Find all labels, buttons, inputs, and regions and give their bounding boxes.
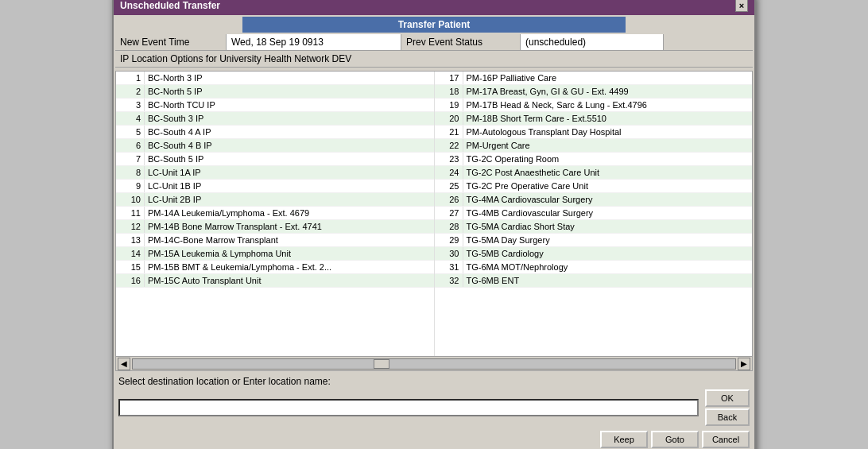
row-location-name: PM-17B Head & Neck, Sarc & Lung - Ext.47… xyxy=(463,99,753,111)
scrollbar-row[interactable]: ◀ ▶ xyxy=(116,356,752,370)
row-location-name: BC-South 5 IP xyxy=(145,153,434,165)
row-number: 29 xyxy=(435,234,463,246)
row-location-name: PM-14C-Bone Marrow Transplant xyxy=(145,234,434,246)
row-number: 28 xyxy=(435,220,463,233)
row-location-name: BC-South 3 IP xyxy=(145,112,434,125)
title-bar: Unscheduled Transfer × xyxy=(114,0,754,15)
cancel-button[interactable]: Cancel xyxy=(702,431,750,448)
row-location-name: BC-North 5 IP xyxy=(145,85,434,98)
row-location-name: PM-14A Leukemia/Lymphoma - Ext. 4679 xyxy=(145,207,434,219)
table-row[interactable]: 1BC-North 3 IP xyxy=(116,72,434,85)
row-location-name: TG-5MA Day Surgery xyxy=(463,234,753,246)
new-event-time-label: New Event Time xyxy=(115,34,227,50)
keep-button[interactable]: Keep xyxy=(600,431,648,448)
row-location-name: TG-4MB Cardiovascular Surgery xyxy=(463,207,753,219)
table-row[interactable]: 21PM-Autologous Transplant Day Hospital xyxy=(435,126,753,139)
row-number: 25 xyxy=(435,180,463,192)
input-row: OK Back xyxy=(118,389,750,426)
table-row[interactable]: 12PM-14B Bone Marrow Transplant - Ext. 4… xyxy=(116,220,434,234)
row-location-name: LC-Unit 2B IP xyxy=(145,193,434,206)
scroll-track[interactable] xyxy=(132,358,736,370)
table-row[interactable]: 11PM-14A Leukemia/Lymphoma - Ext. 4679 xyxy=(116,207,434,220)
table-row[interactable]: 19PM-17B Head & Neck, Sarc & Lung - Ext.… xyxy=(435,99,753,112)
row-number: 3 xyxy=(116,99,145,111)
right-buttons: OK Back xyxy=(705,389,750,426)
table-row[interactable]: 9LC-Unit 1B IP xyxy=(116,180,434,193)
select-label: Select destination location or Enter loc… xyxy=(118,376,750,387)
table-row[interactable]: 14PM-15A Leukemia & Lymphoma Unit xyxy=(116,247,434,261)
row-location-name: PM-18B Short Term Care - Ext.5510 xyxy=(463,112,753,125)
bottom-section: Select destination location or Enter loc… xyxy=(114,373,754,449)
table-row[interactable]: 30TG-5MB Cardiology xyxy=(435,247,753,261)
table-row[interactable]: 17PM-16P Palliative Care xyxy=(435,72,753,85)
table-row[interactable]: 18PM-17A Breast, Gyn, GI & GU - Ext. 449… xyxy=(435,85,753,99)
table-row[interactable]: 6BC-South 4 B IP xyxy=(116,139,434,153)
row-location-name: LC-Unit 1B IP xyxy=(145,180,434,192)
table-row[interactable]: 32TG-6MB ENT xyxy=(435,274,753,288)
row-number: 23 xyxy=(435,153,463,165)
table-row[interactable]: 25TG-2C Pre Operative Care Unit xyxy=(435,180,753,193)
header-area: Transfer Patient New Event Time Wed, 18 … xyxy=(114,15,754,69)
back-button[interactable]: Back xyxy=(705,408,750,426)
table-row[interactable]: 16PM-15C Auto Transplant Unit xyxy=(116,274,434,288)
row-number: 20 xyxy=(435,112,463,125)
row-location-name: TG-6MB ENT xyxy=(463,274,753,287)
table-row[interactable]: 7BC-South 5 IP xyxy=(116,153,434,166)
scroll-right-button[interactable]: ▶ xyxy=(738,358,750,370)
new-event-time-value: Wed, 18 Sep 19 0913 xyxy=(227,34,401,50)
table-row[interactable]: 13PM-14C-Bone Marrow Transplant xyxy=(116,234,434,247)
right-column: 17PM-16P Palliative Care18PM-17A Breast,… xyxy=(435,72,753,356)
table-row[interactable]: 26TG-4MA Cardiovascular Surgery xyxy=(435,193,753,207)
table-row[interactable]: 10LC-Unit 2B IP xyxy=(116,193,434,207)
row-number: 26 xyxy=(435,193,463,206)
table-row[interactable]: 20PM-18B Short Term Care - Ext.5510 xyxy=(435,112,753,126)
close-button[interactable]: × xyxy=(735,0,748,12)
event-info-row: New Event Time Wed, 18 Sep 19 0913 Prev … xyxy=(115,34,753,51)
row-location-name: TG-5MA Cardiac Short Stay xyxy=(463,220,753,233)
locations-table: 1BC-North 3 IP2BC-North 5 IP3BC-North TC… xyxy=(115,71,753,371)
row-number: 6 xyxy=(116,139,145,152)
table-row[interactable]: 27TG-4MB Cardiovascular Surgery xyxy=(435,207,753,220)
location-header-text: IP Location Options for University Healt… xyxy=(120,53,351,64)
row-number: 8 xyxy=(116,166,145,179)
table-row[interactable]: 23TG-2C Operating Room xyxy=(435,153,753,166)
table-row[interactable]: 15PM-15B BMT & Leukemia/Lymphoma - Ext. … xyxy=(116,261,434,274)
row-location-name: BC-South 4 A IP xyxy=(145,126,434,138)
destination-input[interactable] xyxy=(118,399,699,416)
table-row[interactable]: 22PM-Urgent Care xyxy=(435,139,753,153)
location-options-header: IP Location Options for University Healt… xyxy=(115,51,753,68)
row-location-name: BC-North TCU IP xyxy=(145,99,434,111)
row-number: 18 xyxy=(435,85,463,98)
table-row[interactable]: 29TG-5MA Day Surgery xyxy=(435,234,753,247)
left-column: 1BC-North 3 IP2BC-North 5 IP3BC-North TC… xyxy=(116,72,435,356)
row-number: 16 xyxy=(116,274,145,287)
table-row[interactable]: 8LC-Unit 1A IP xyxy=(116,166,434,180)
row-location-name: TG-2C Post Anaesthetic Care Unit xyxy=(463,166,753,179)
table-row[interactable]: 2BC-North 5 IP xyxy=(116,85,434,99)
ok-button[interactable]: OK xyxy=(705,389,750,407)
scroll-left-button[interactable]: ◀ xyxy=(118,358,130,370)
row-number: 1 xyxy=(116,72,145,84)
bottom-buttons: Keep Goto Cancel xyxy=(118,429,750,449)
scroll-thumb[interactable] xyxy=(374,359,389,369)
row-number: 27 xyxy=(435,207,463,219)
table-row[interactable]: 4BC-South 3 IP xyxy=(116,112,434,126)
row-number: 9 xyxy=(116,180,145,192)
table-body[interactable]: 1BC-North 3 IP2BC-North 5 IP3BC-North TC… xyxy=(116,72,752,356)
row-number: 2 xyxy=(116,85,145,98)
table-row[interactable]: 3BC-North TCU IP xyxy=(116,99,434,112)
row-location-name: PM-15A Leukemia & Lymphoma Unit xyxy=(145,247,434,260)
table-row[interactable]: 5BC-South 4 A IP xyxy=(116,126,434,139)
row-location-name: PM-15B BMT & Leukemia/Lymphoma - Ext. 2.… xyxy=(145,261,434,273)
row-location-name: PM-17A Breast, Gyn, GI & GU - Ext. 4499 xyxy=(463,85,753,98)
row-number: 4 xyxy=(116,112,145,125)
row-number: 21 xyxy=(435,126,463,138)
table-row[interactable]: 31TG-6MA MOT/Nephrology xyxy=(435,261,753,274)
table-row[interactable]: 28TG-5MA Cardiac Short Stay xyxy=(435,220,753,234)
table-row[interactable]: 24TG-2C Post Anaesthetic Care Unit xyxy=(435,166,753,180)
row-location-name: PM-15C Auto Transplant Unit xyxy=(145,274,434,287)
prev-event-status-value: (unscheduled) xyxy=(521,34,664,50)
unscheduled-transfer-dialog: Unscheduled Transfer × Transfer Patient … xyxy=(112,0,756,449)
goto-button[interactable]: Goto xyxy=(651,431,699,448)
row-location-name: TG-4MA Cardiovascular Surgery xyxy=(463,193,753,206)
